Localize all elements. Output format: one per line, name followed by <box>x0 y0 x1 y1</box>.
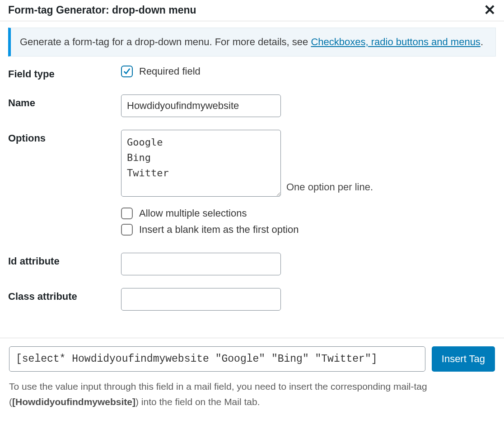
footer-help-after: ) into the field on the Mail tab. <box>135 397 260 407</box>
label-id-attribute: Id attribute <box>8 253 121 267</box>
name-input[interactable] <box>121 94 281 117</box>
label-options: Options <box>8 130 121 144</box>
insert-blank-label: Insert a blank item as the first option <box>139 224 299 236</box>
checkbox-allow-multiple[interactable] <box>121 208 133 219</box>
class-attribute-input[interactable] <box>121 288 281 311</box>
generated-tag-input[interactable] <box>9 346 425 372</box>
notice-text-suffix: . <box>481 36 483 47</box>
required-field-option[interactable]: Required field <box>121 66 496 77</box>
footer-help-mailtag: [Howdidyoufindmywebsite] <box>12 397 135 407</box>
row-id-attribute: Id attribute <box>8 253 496 275</box>
notice-link[interactable]: Checkboxes, radio buttons and menus <box>311 36 480 47</box>
checkbox-required[interactable] <box>121 66 133 77</box>
insert-blank-option[interactable]: Insert a blank item as the first option <box>121 224 496 236</box>
allow-multiple-option[interactable]: Allow multiple selections <box>121 208 496 219</box>
allow-multiple-label: Allow multiple selections <box>139 208 247 219</box>
row-class-attribute: Class attribute <box>8 288 496 311</box>
options-textarea[interactable] <box>121 130 281 197</box>
check-icon <box>123 67 131 76</box>
insert-tag-button[interactable]: Insert Tag <box>432 346 495 372</box>
info-notice: Generate a form-tag for a drop-down menu… <box>8 28 496 57</box>
close-icon[interactable]: ✕ <box>484 3 496 17</box>
footer: Insert Tag To use the value input throug… <box>0 338 504 411</box>
row-name: Name <box>8 94 496 117</box>
titlebar: Form-tag Generator: drop-down menu ✕ <box>0 0 504 21</box>
options-hint: One option per line. <box>286 181 373 197</box>
row-field-type: Field type Required field <box>8 66 496 82</box>
label-name: Name <box>8 94 121 109</box>
dialog-title: Form-tag Generator: drop-down menu <box>8 4 196 16</box>
footer-help-text: To use the value input through this fiel… <box>9 379 495 409</box>
id-attribute-input[interactable] <box>121 253 281 275</box>
label-class-attribute: Class attribute <box>8 288 121 302</box>
row-options: Options One option per line. Allow multi… <box>8 130 496 240</box>
label-field-type: Field type <box>8 66 121 80</box>
form-area: Field type Required field Name Options O… <box>0 57 504 333</box>
notice-text-prefix: Generate a form-tag for a drop-down menu… <box>20 36 311 47</box>
checkbox-insert-blank[interactable] <box>121 224 133 236</box>
required-field-label: Required field <box>139 66 201 77</box>
